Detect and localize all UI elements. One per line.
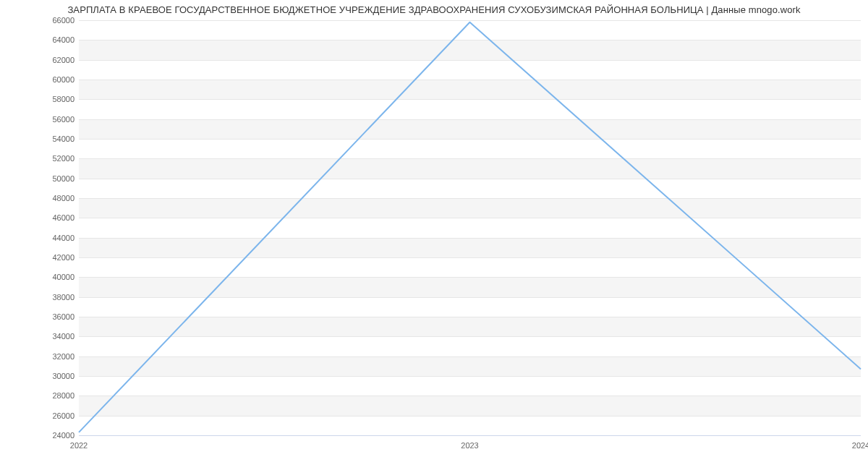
line-series — [79, 20, 861, 435]
y-tick-label: 46000 — [52, 213, 75, 222]
salary-line-chart: ЗАРПЛАТА В КРАЕВОЕ ГОСУДАРСТВЕННОЕ БЮДЖЕ… — [0, 0, 868, 470]
y-tick-label: 34000 — [52, 332, 75, 341]
y-tick-label: 30000 — [52, 372, 75, 380]
y-tick-label: 50000 — [52, 174, 75, 183]
x-tick-label: 2024 — [852, 441, 868, 450]
y-tick-label: 36000 — [52, 312, 75, 321]
x-tick-label: 2022 — [70, 441, 88, 450]
y-tick-label: 32000 — [52, 352, 75, 361]
y-tick-label: 66000 — [52, 16, 75, 25]
series-line — [79, 22, 861, 432]
y-tick-label: 28000 — [52, 391, 75, 400]
y-tick-label: 24000 — [52, 431, 75, 440]
x-axis-line — [79, 435, 861, 436]
y-tick-label: 58000 — [52, 95, 75, 103]
y-tick-label: 38000 — [52, 293, 75, 302]
y-tick-label: 52000 — [52, 154, 75, 163]
y-tick-label: 48000 — [52, 194, 75, 202]
y-tick-label: 56000 — [52, 115, 75, 124]
y-tick-label: 60000 — [52, 75, 75, 84]
y-tick-label: 26000 — [52, 411, 75, 420]
chart-title: ЗАРПЛАТА В КРАЕВОЕ ГОСУДАРСТВЕННОЕ БЮДЖЕ… — [0, 4, 868, 15]
y-tick-label: 42000 — [52, 253, 75, 262]
x-tick-label: 2023 — [461, 441, 478, 450]
y-tick-label: 54000 — [52, 134, 75, 143]
y-tick-label: 62000 — [52, 56, 75, 64]
y-tick-label: 40000 — [52, 273, 75, 281]
y-tick-label: 64000 — [52, 35, 75, 44]
plot-area: 2400026000280003000032000340003600038000… — [79, 20, 861, 435]
y-tick-label: 44000 — [52, 234, 75, 242]
